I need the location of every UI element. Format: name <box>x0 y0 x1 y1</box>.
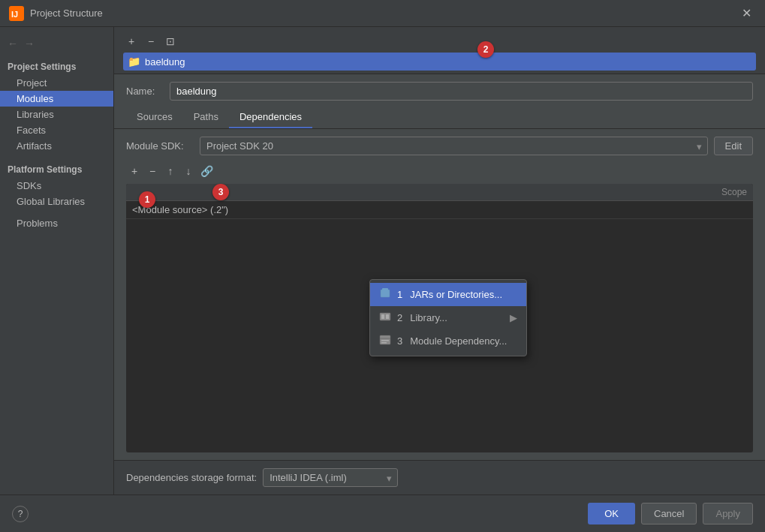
module-list-item-baeldung[interactable]: 📁 baeldung <box>123 53 756 71</box>
ok-button[interactable]: OK <box>588 503 635 524</box>
menu-item-library-num: 2 <box>397 312 402 323</box>
app-logo: IJ <box>9 6 24 21</box>
platform-settings-label: Platform Settings <box>0 160 113 178</box>
link-dep-button[interactable]: 🔗 <box>198 163 215 179</box>
svg-text:IJ: IJ <box>11 10 18 19</box>
tab-sources[interactable]: Sources <box>126 107 183 128</box>
deps-toolbar: + − ↑ ↓ 🔗 <box>126 163 753 179</box>
jars-icon <box>379 287 391 302</box>
menu-item-library-label: Library... <box>410 312 447 323</box>
add-dep-button[interactable]: + <box>126 163 143 179</box>
sdk-label: Module SDK: <box>126 140 194 152</box>
close-button[interactable]: ✕ <box>737 5 756 22</box>
table-row[interactable]: <Module source> (.2") <box>126 201 753 219</box>
table-header: Scope <box>126 184 753 201</box>
sidebar-item-artifacts[interactable]: Artifacts <box>0 138 113 154</box>
dependencies-panel: Module SDK: Project SDK 20 ▾ Edit + − ↑ … <box>114 129 765 460</box>
svg-rect-9 <box>381 340 389 341</box>
bottom-right: OK Cancel Apply <box>588 503 753 524</box>
menu-item-jars[interactable]: 1 JARs or Directories... <box>370 283 526 306</box>
tabs-bar: Sources Paths Dependencies <box>114 107 765 129</box>
storage-format-row: Dependencies storage format: IntelliJ ID… <box>114 460 765 494</box>
svg-rect-5 <box>381 314 384 319</box>
storage-format-dropdown[interactable]: IntelliJ IDEA (.iml) Eclipse (.classpath… <box>263 468 398 487</box>
storage-format-label: Dependencies storage format: <box>126 472 257 483</box>
window-title: Project Structure <box>30 8 737 19</box>
name-label: Name: <box>126 86 164 97</box>
sidebar-item-modules[interactable]: Modules <box>0 91 113 107</box>
bottom-bar: ? OK Cancel Apply <box>0 494 765 532</box>
sidebar-divider <box>0 154 113 160</box>
tab-paths[interactable]: Paths <box>183 107 229 128</box>
menu-item-library[interactable]: 2 Library... ▶ <box>370 306 526 329</box>
sidebar-item-problems[interactable]: Problems <box>0 215 113 231</box>
sidebar: ← → Project Settings Project Modules Lib… <box>0 27 114 494</box>
col-name-header <box>132 187 672 197</box>
edit-sdk-button[interactable]: Edit <box>714 137 753 155</box>
apply-button[interactable]: Apply <box>703 503 753 524</box>
main-content: ← → Project Settings Project Modules Lib… <box>0 27 765 494</box>
menu-item-module-dep-label: Module Dependency... <box>410 335 507 347</box>
menu-item-module-dep-num: 3 <box>397 335 402 347</box>
name-input[interactable] <box>170 82 753 101</box>
move-dep-down-button[interactable]: ↓ <box>180 163 197 179</box>
tab-dependencies[interactable]: Dependencies <box>229 107 312 128</box>
title-bar: IJ Project Structure ✕ <box>0 0 765 27</box>
project-settings-label: Project Settings <box>0 57 113 75</box>
sidebar-item-project[interactable]: Project <box>0 75 113 91</box>
nav-arrows: ← → <box>0 33 113 57</box>
sdk-dropdown[interactable]: Project SDK 20 <box>200 137 708 155</box>
remove-dep-button[interactable]: − <box>144 163 161 179</box>
menu-item-module-dependency[interactable]: 3 Module Dependency... <box>370 329 526 353</box>
add-module-button[interactable]: + <box>123 33 140 50</box>
help-button[interactable]: ? <box>12 506 29 522</box>
library-icon <box>379 311 391 325</box>
copy-module-button[interactable]: ⊡ <box>162 33 179 50</box>
right-panel: + − ⊡ 📁 baeldung Name: Sources Paths Dep… <box>114 27 765 494</box>
module-toolbar: + − ⊡ <box>123 27 756 53</box>
bottom-left: ? <box>12 506 29 522</box>
module-folder-icon: 📁 <box>128 56 140 68</box>
sidebar-divider-2 <box>0 209 113 215</box>
sidebar-item-facets[interactable]: Facets <box>0 122 113 138</box>
storage-dropdown-wrapper: IntelliJ IDEA (.iml) Eclipse (.classpath… <box>263 468 398 487</box>
nav-forward-button[interactable]: → <box>23 36 36 51</box>
move-dep-up-button[interactable]: ↑ <box>162 163 179 179</box>
sidebar-item-global-libraries[interactable]: Global Libraries <box>0 194 113 209</box>
sdk-dropdown-wrapper: Project SDK 20 ▾ <box>200 137 708 155</box>
nav-back-button[interactable]: ← <box>6 36 20 51</box>
menu-item-jars-num: 1 <box>397 289 402 300</box>
dep-row-name: <Module source> (.2") <box>132 204 672 215</box>
svg-rect-3 <box>382 288 388 290</box>
col-scope-header: Scope <box>672 187 747 197</box>
menu-item-jars-label: JARs or Directories... <box>410 289 502 300</box>
sdk-row: Module SDK: Project SDK 20 ▾ Edit <box>126 137 753 155</box>
module-name-label: baeldung <box>145 56 185 68</box>
sidebar-item-libraries[interactable]: Libraries <box>0 107 113 122</box>
module-dep-icon <box>379 334 391 348</box>
svg-rect-6 <box>386 314 389 319</box>
sidebar-item-sdks[interactable]: SDKs <box>0 178 113 194</box>
remove-module-button[interactable]: − <box>143 33 159 50</box>
module-header: + − ⊡ 📁 baeldung <box>114 27 765 74</box>
add-dependency-dropdown: 1 JARs or Directories... 2 Library... ▶ <box>369 279 527 356</box>
cancel-button[interactable]: Cancel <box>641 503 697 524</box>
library-submenu-arrow: ▶ <box>510 312 517 323</box>
svg-rect-2 <box>381 290 390 297</box>
name-field-area: Name: <box>114 74 765 101</box>
svg-rect-10 <box>381 342 387 344</box>
